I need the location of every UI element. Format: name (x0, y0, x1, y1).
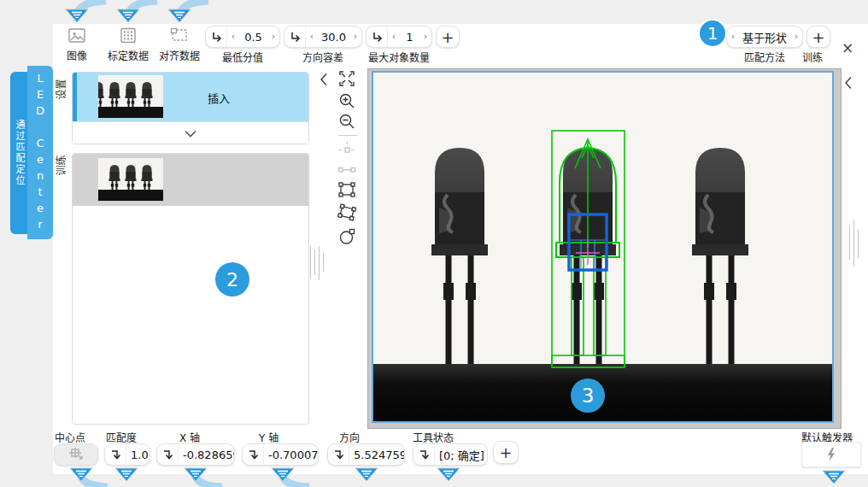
toolbar-button-align[interactable]: 对齐数据 (154, 26, 205, 64)
image-icon (67, 26, 87, 45)
calibration-grid-icon (118, 26, 138, 45)
max-obj-increment[interactable]: › (419, 26, 431, 48)
toolbar-button-calibration-label: 标定数据 (108, 48, 149, 62)
output-label-x: X 轴 (179, 430, 200, 444)
point-roi-icon (337, 140, 356, 159)
circle-roi-icon (337, 227, 356, 246)
flow-input-icon (371, 31, 384, 44)
angle-tol-increment[interactable]: › (349, 26, 361, 48)
image-viewport-frame: 3 (367, 68, 842, 429)
sidebar-tab-title-label: LED Center (34, 72, 47, 234)
flow-output-icon (418, 449, 431, 461)
rect-roi-button[interactable] (337, 181, 358, 198)
close-button[interactable]: × (840, 40, 855, 56)
flow-output-icon (109, 449, 122, 461)
chevron-left-icon (842, 75, 854, 91)
max-obj-value[interactable]: 1 (400, 31, 419, 44)
train-label: 训练 (793, 50, 832, 64)
output-x-value: -0.8286591 (179, 449, 234, 461)
collapse-viewport-panel-button[interactable] (842, 75, 854, 91)
output-label-y: Y 轴 (259, 430, 279, 444)
rect-roi-icon (337, 181, 356, 198)
toolbar-button-calibration[interactable]: 标定数据 (103, 26, 154, 64)
viewer-toolbar-divider (338, 135, 357, 136)
min-score-value[interactable]: 0.5 (239, 31, 267, 44)
param-min-score-label: 最低分值 (205, 50, 280, 64)
zoom-in-icon (337, 91, 356, 110)
output-score[interactable]: 1.0 (104, 443, 150, 466)
param-angle-tolerance[interactable]: ‹ 30.0 › (284, 26, 362, 48)
section-label-training: 训练 (53, 150, 67, 181)
method-selector[interactable]: ‹ 基于形状 › (726, 26, 803, 48)
min-score-increment[interactable]: › (267, 26, 279, 48)
flow-input-icon (210, 31, 223, 44)
param-max-objects-label: 最大对象数量 (359, 50, 439, 64)
trained-template-row[interactable] (73, 154, 308, 206)
output-label-status: 工具状态 (413, 430, 454, 444)
trigger-button[interactable] (801, 442, 861, 467)
angle-tol-decrement[interactable]: ‹ (306, 26, 318, 48)
add-output-button[interactable]: + (493, 441, 519, 464)
align-data-icon (169, 26, 190, 45)
toolbar-button-image[interactable]: 图像 (51, 26, 103, 64)
insert-label: 插入 (208, 90, 230, 106)
template-thumbnail (98, 75, 163, 118)
template-row-selected[interactable]: 插入 (73, 73, 308, 121)
collapse-template-panel-button[interactable] (318, 72, 330, 87)
output-x-axis[interactable]: -0.8286591 (156, 443, 235, 466)
train-add-button[interactable]: + (806, 26, 830, 48)
toolbar-button-image-label: 图像 (67, 48, 87, 62)
add-parameter-button[interactable]: + (436, 26, 460, 48)
param-min-score[interactable]: ‹ 0.5 › (205, 26, 280, 48)
flow-output-icon (247, 449, 260, 461)
line-roi-button[interactable] (337, 164, 358, 176)
zoom-out-button[interactable] (337, 112, 358, 131)
zoom-out-icon (337, 112, 356, 131)
max-obj-decrement[interactable]: ‹ (388, 26, 400, 48)
output-label-angle: 方向 (339, 430, 360, 444)
sidebar-tab-tool[interactable]: 通过匹配定位 (10, 72, 27, 234)
output-center-point[interactable] (54, 443, 98, 466)
app-window: { "sidebar": { "tool_tab": "通过匹配定位", "ti… (0, 0, 868, 487)
output-tool-status[interactable]: [0; 确定] (413, 443, 488, 466)
step-badge-1: 1 (698, 19, 727, 48)
circle-roi-button[interactable] (337, 227, 358, 246)
output-score-value: 1.0 (126, 449, 150, 461)
param-max-objects[interactable]: ‹ 1 › (366, 26, 432, 48)
zoom-in-button[interactable] (337, 91, 358, 110)
led-scene: 3 (373, 73, 832, 421)
output-y-axis[interactable]: -0.7000740 (242, 443, 319, 466)
output-angle-value: 5.524759e- (349, 449, 404, 461)
method-next[interactable]: › (790, 26, 802, 48)
method-value[interactable]: 基于形状 (739, 29, 790, 45)
angle-tol-value[interactable]: 30.0 (318, 31, 349, 44)
point-roi-button[interactable] (337, 140, 358, 159)
sidebar-tab-tool-label: 通过匹配定位 (12, 120, 26, 186)
step-badge-2: 2 (215, 262, 249, 296)
fit-view-button[interactable] (337, 69, 358, 88)
sidebar-tab-title[interactable]: LED Center (27, 66, 53, 239)
output-angle[interactable]: 5.524759e- (327, 443, 405, 466)
rotated-rect-roi-button[interactable] (337, 203, 358, 222)
param-angle-tolerance-label: 方向容差 (284, 50, 362, 64)
template-dropdown[interactable] (73, 121, 308, 144)
flow-output-icon (332, 449, 345, 461)
rotated-rect-roi-icon (337, 203, 356, 222)
section-label-config: 设置 (53, 74, 67, 105)
template-training-panel (72, 153, 309, 425)
flow-output-icon (161, 449, 174, 461)
chevron-down-icon (184, 129, 197, 138)
line-roi-icon (337, 164, 356, 176)
viewer-toolbar (337, 69, 358, 251)
step-badge-3: 3 (571, 378, 605, 413)
method-prev[interactable]: ‹ (727, 26, 739, 48)
lightning-icon (825, 447, 837, 462)
output-status-value: [0; 确定] (435, 447, 487, 463)
selection-accent-bar (73, 73, 77, 121)
template-config-panel: 插入 (72, 72, 309, 144)
output-label-center: 中心点 (55, 430, 85, 444)
camera-image[interactable]: 3 (372, 71, 834, 423)
min-score-decrement[interactable]: ‹ (227, 26, 239, 48)
output-label-score: 匹配度 (106, 430, 137, 444)
center-point-icon (68, 447, 84, 462)
